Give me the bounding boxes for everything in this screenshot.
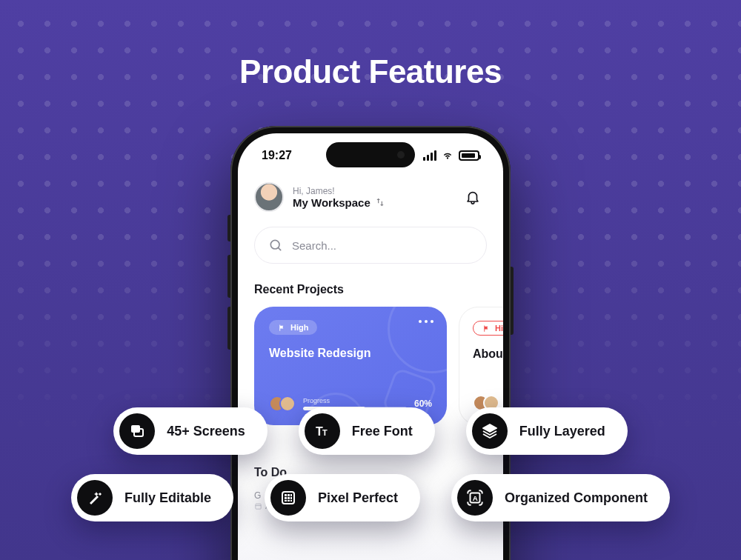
svg-text:T: T [322, 428, 328, 437]
avatar[interactable] [254, 182, 284, 212]
search-field[interactable] [254, 227, 487, 264]
svg-rect-8 [288, 494, 290, 496]
progress-label: Progress [303, 397, 407, 404]
status-time: 19:27 [262, 149, 292, 162]
feature-label: Fully Layered [519, 424, 605, 439]
dynamic-island [326, 142, 415, 167]
feature-screens: 45+ Screens [113, 407, 268, 455]
font-icon: TT [305, 413, 340, 449]
feature-label: Organized Component [505, 490, 648, 506]
app-header: Hi, James! My Workspace [254, 182, 487, 212]
bell-icon [465, 189, 481, 205]
svg-rect-15 [290, 500, 292, 501]
svg-text:A: A [473, 494, 478, 502]
workspace-label: My Workspace [293, 196, 370, 209]
feature-component: A Organized Component [451, 474, 670, 521]
project-name: About U [473, 347, 503, 361]
feature-pill-group: 45+ Screens TT Free Font Fully Layered F… [0, 407, 741, 521]
recent-projects-title: Recent Projects [254, 283, 487, 296]
feature-label: Pixel Perfect [318, 490, 398, 506]
flag-icon [482, 324, 491, 333]
flag-icon [278, 324, 286, 332]
svg-rect-12 [290, 497, 292, 499]
svg-rect-10 [285, 497, 287, 499]
cellular-icon [423, 150, 436, 161]
card-more-button[interactable] [419, 320, 433, 323]
svg-rect-11 [288, 497, 290, 499]
priority-chip: High [473, 321, 503, 336]
page-title: Product Features [0, 53, 741, 90]
notifications-button[interactable] [459, 183, 487, 211]
feature-font: TT Free Font [299, 407, 435, 455]
svg-rect-7 [285, 494, 287, 496]
feature-label: Fully Editable [124, 490, 211, 506]
svg-rect-14 [288, 500, 290, 501]
layers-icon [472, 413, 508, 449]
battery-icon [459, 150, 479, 161]
feature-label: Free Font [352, 424, 413, 439]
wand-icon [77, 480, 113, 516]
wifi-icon [441, 150, 454, 161]
greeting-text: Hi, James! [293, 186, 450, 196]
grid-icon [270, 480, 306, 516]
feature-label: 45+ Screens [167, 424, 245, 439]
component-icon: A [457, 480, 493, 516]
priority-chip: High [269, 320, 317, 335]
screens-icon [119, 413, 155, 449]
svg-rect-13 [285, 500, 287, 501]
feature-pixel: Pixel Perfect [265, 474, 420, 521]
svg-rect-9 [290, 494, 292, 496]
swap-icon [375, 197, 385, 207]
search-input[interactable] [292, 239, 473, 252]
feature-editable: Fully Editable [71, 474, 233, 521]
feature-layers: Fully Layered [466, 407, 628, 455]
workspace-switcher[interactable]: My Workspace [293, 196, 450, 209]
search-icon [268, 238, 283, 253]
